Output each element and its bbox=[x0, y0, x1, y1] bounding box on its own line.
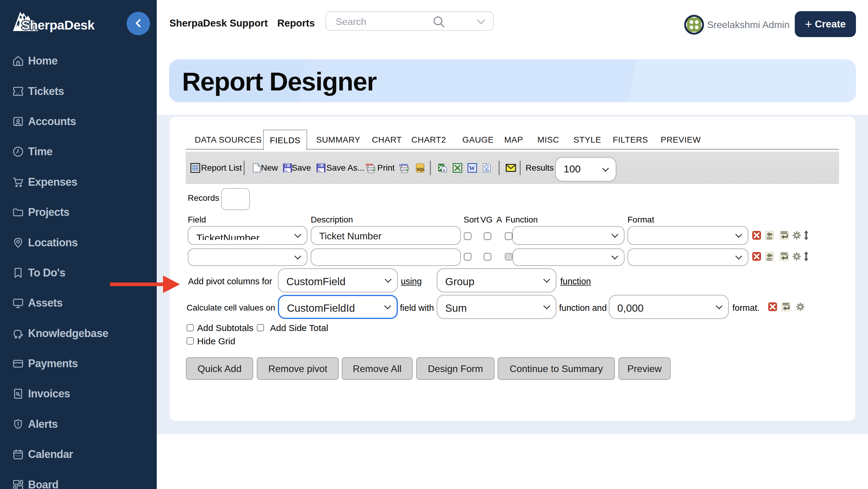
svg-text:SherpaDesk: SherpaDesk bbox=[22, 18, 95, 32]
